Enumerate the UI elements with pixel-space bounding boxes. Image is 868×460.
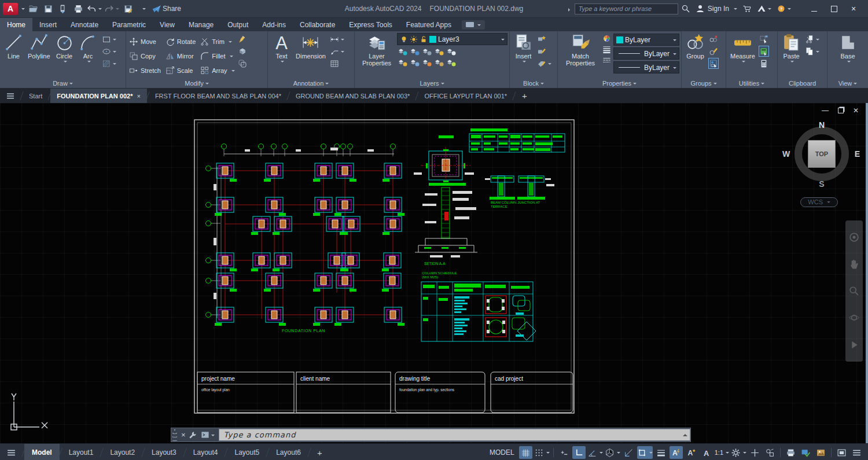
layer-tool-icon-3[interactable] xyxy=(422,47,432,56)
layout-tab-layout4[interactable]: Layout4 xyxy=(186,444,226,460)
layer-on-icon[interactable] xyxy=(400,35,408,43)
ungroup-button[interactable] xyxy=(709,34,718,44)
store-cart-icon[interactable] xyxy=(742,4,752,13)
layer-tool-icon-2[interactable] xyxy=(410,47,420,56)
help-icon[interactable]: ? xyxy=(777,4,786,13)
file-tab[interactable]: FRST FLOOR BEAM AND SLAB PLAN 004* xyxy=(149,89,288,103)
move-button[interactable]: Move xyxy=(128,34,162,49)
layer-color-swatch[interactable] xyxy=(429,36,436,43)
mirror-button[interactable]: Mirror xyxy=(164,49,197,63)
zoom-icon[interactable] xyxy=(848,285,860,297)
drawing-restore-icon[interactable] xyxy=(838,108,844,113)
autoscale-annotations[interactable]: A xyxy=(685,446,698,459)
layout-tab-layout2[interactable]: Layout2 xyxy=(102,444,142,460)
ribbon-tab-add-ins[interactable]: Add-ins xyxy=(255,18,293,31)
paste-button[interactable]: Paste xyxy=(779,33,803,63)
measure-button[interactable]: Measure xyxy=(728,33,757,63)
base-button[interactable]: Base xyxy=(836,33,860,63)
layer-select-dropdown[interactable] xyxy=(501,39,505,42)
panel-label-properties[interactable]: Properties xyxy=(558,79,681,88)
dimension-button[interactable]: Dimension xyxy=(293,33,328,60)
copy-button[interactable]: Copy xyxy=(128,49,162,63)
layout-tabs-menu-icon[interactable] xyxy=(0,448,23,458)
trim-button[interactable]: Trim xyxy=(199,34,236,49)
command-line[interactable]: × Type a command xyxy=(171,428,691,442)
annotation-scale-a[interactable]: A xyxy=(700,446,713,459)
line-button[interactable]: Line xyxy=(2,33,25,60)
file-tabs-menu-icon[interactable] xyxy=(0,89,21,103)
object-snap[interactable] xyxy=(637,446,653,459)
panel-label-draw[interactable]: Draw xyxy=(0,79,126,88)
polyline-button[interactable]: Polyline xyxy=(25,33,53,60)
command-drag-handle[interactable] xyxy=(172,428,177,441)
search-input[interactable]: Type a keyword or phrase xyxy=(575,3,678,14)
cut-button[interactable] xyxy=(805,34,819,44)
command-customize-icon[interactable] xyxy=(189,431,197,439)
viewcube-top-face[interactable]: TOP xyxy=(808,140,836,168)
ribbon-tab-insert[interactable]: Insert xyxy=(32,18,64,31)
leader-button[interactable] xyxy=(330,46,344,56)
customization[interactable] xyxy=(850,446,863,459)
erase-button[interactable] xyxy=(238,34,247,44)
viewcube-south[interactable]: S xyxy=(819,179,824,189)
export-button[interactable] xyxy=(56,2,71,15)
fillet-button[interactable]: Fillet xyxy=(199,49,236,63)
layer-thaw-icon[interactable] xyxy=(410,35,418,43)
sign-in-dropdown[interactable] xyxy=(734,8,737,12)
viewcube-west[interactable]: W xyxy=(782,149,790,159)
match-properties-button[interactable]: Match Properties xyxy=(560,33,601,67)
clean-screen[interactable] xyxy=(835,446,848,459)
table-button[interactable] xyxy=(330,58,344,68)
new-drawing-tab-button[interactable]: + xyxy=(515,89,534,103)
circle-button[interactable]: Circle xyxy=(53,33,76,63)
layer-tool-icon-6[interactable] xyxy=(398,58,407,67)
pan-icon[interactable] xyxy=(848,259,860,270)
polar-tracking[interactable] xyxy=(587,446,603,459)
navigation-bar[interactable] xyxy=(845,220,863,362)
scale-button[interactable]: Scale xyxy=(164,63,197,78)
layer-tool-icon-5[interactable] xyxy=(447,47,456,56)
group-edit-button[interactable] xyxy=(709,46,718,56)
minimize-button[interactable] xyxy=(804,1,824,16)
ribbon-tab-parametric[interactable]: Parametric xyxy=(105,18,153,31)
explode-button[interactable] xyxy=(238,46,247,56)
command-close-icon[interactable]: × xyxy=(178,430,189,439)
color-wheel-icon[interactable] xyxy=(602,34,611,43)
layout-tab-model[interactable]: Model xyxy=(24,444,60,460)
calculator-button[interactable] xyxy=(759,58,768,68)
ribbon-tab-featured-apps[interactable]: Featured Apps xyxy=(399,18,458,31)
search-expand-icon[interactable] xyxy=(568,8,572,12)
linetype-select[interactable]: ByLayer xyxy=(613,61,679,73)
showmotion-icon[interactable] xyxy=(848,339,860,351)
wcs-selector[interactable]: WCS xyxy=(800,197,838,207)
lineweight-display[interactable] xyxy=(654,446,668,459)
plot-status[interactable] xyxy=(784,446,797,459)
grid-display[interactable] xyxy=(519,446,532,459)
ribbon-tab-output[interactable]: Output xyxy=(220,18,255,31)
recent-commands-icon[interactable] xyxy=(199,430,216,439)
autocad-app-logo[interactable]: A xyxy=(3,3,18,15)
rotate-button[interactable]: Rotate xyxy=(164,34,197,49)
lineweight-icon[interactable] xyxy=(602,45,611,54)
search-icon[interactable] xyxy=(681,4,690,13)
object-color-select[interactable]: ByLayer xyxy=(613,34,679,46)
group-button[interactable]: Group xyxy=(683,33,707,60)
file-tab[interactable]: FOUNDATION PLAN 002*× xyxy=(50,89,147,103)
layout-tab-layout1[interactable]: Layout1 xyxy=(61,444,101,460)
lineweight-select[interactable]: ByLayer xyxy=(613,47,679,60)
panel-label-utilities[interactable]: Utilities xyxy=(726,79,777,88)
offset-button[interactable] xyxy=(238,58,247,68)
text-button[interactable]: AText xyxy=(270,33,293,63)
layer-tool-icon-7[interactable] xyxy=(410,58,420,67)
snap-mode[interactable] xyxy=(534,446,550,459)
create-block-button[interactable] xyxy=(537,34,551,44)
file-tab[interactable]: OFFICE LAYPUT PLAN 001* xyxy=(418,89,513,103)
close-tab-icon[interactable]: × xyxy=(137,93,140,100)
layer-tool-icon-8[interactable] xyxy=(422,58,432,67)
close-button[interactable]: × xyxy=(844,1,863,16)
edit-attributes-button[interactable] xyxy=(537,58,551,68)
new-layout-button[interactable]: + xyxy=(310,448,329,458)
layout-tab-layout5[interactable]: Layout5 xyxy=(227,444,267,460)
crosshair-toggle[interactable] xyxy=(748,446,762,459)
dim-linear-button[interactable] xyxy=(330,34,344,44)
